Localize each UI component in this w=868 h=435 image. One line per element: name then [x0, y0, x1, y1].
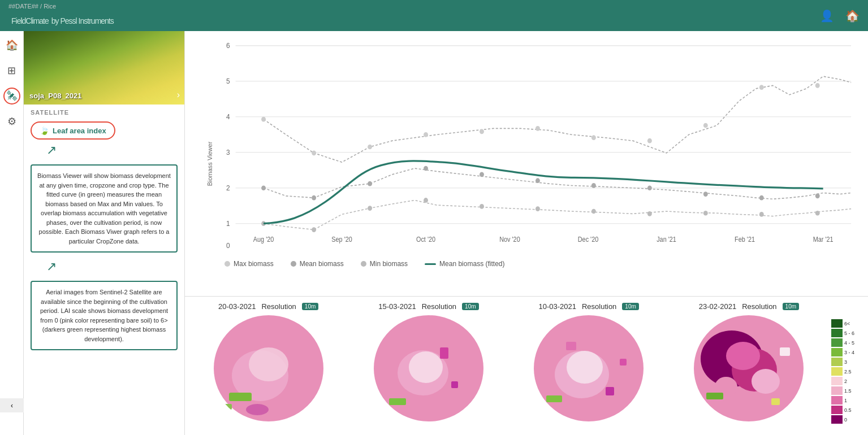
svg-text:Jan '21: Jan '21	[657, 236, 676, 243]
scale-color-6plus	[831, 319, 843, 328]
left-panel: soja_P08_2021 › SATELLITE 🍃 Leaf area in…	[24, 31, 185, 435]
svg-point-24	[424, 132, 428, 137]
sidebar-sliders-icon[interactable]: ⊞	[3, 62, 20, 79]
y-axis-label: Biomass Viewer	[206, 141, 213, 186]
resolution-label-1: Resolution	[261, 302, 296, 311]
scale-color-05	[831, 406, 843, 414]
breadcrumb: ##DATE## / Rice	[8, 3, 56, 10]
svg-point-32	[261, 185, 266, 190]
image-card-4[interactable]: 23-02-2021 Resolution 10m	[671, 302, 827, 424]
leaf-area-index-button[interactable]: 🍃 Leaf area index	[31, 121, 115, 140]
svg-point-25	[480, 129, 484, 134]
header-actions: 👤 🏠	[820, 9, 860, 23]
scale-color-34	[831, 348, 843, 356]
svg-text:Oct '20: Oct '20	[416, 236, 435, 243]
svg-point-53	[815, 211, 820, 216]
image-date-4: 23-02-2021	[699, 302, 737, 311]
field-map-4	[692, 314, 805, 424]
field-map-1	[212, 314, 325, 424]
legend-max-dot	[224, 261, 230, 267]
svg-point-44	[312, 227, 316, 232]
svg-point-62	[409, 351, 443, 383]
resolution-badge-1: 10m	[302, 303, 318, 310]
svg-point-30	[759, 85, 764, 90]
scale-color-45	[831, 338, 843, 347]
field-map-2	[372, 314, 485, 424]
tooltip-biomass-viewer: Biomass Viewer will show biomass develop…	[31, 164, 178, 253]
scale-label-45: 4 - 5	[844, 340, 854, 346]
svg-point-35	[424, 166, 428, 171]
image-card-1[interactable]: 20-03-2021 Resolution 10m	[191, 302, 346, 424]
image-header-2: 15-03-2021 Resolution 10m	[378, 302, 478, 311]
scale-color-56	[831, 329, 843, 337]
svg-rect-72	[620, 359, 627, 366]
sidebar-collapse-btn[interactable]: ‹	[0, 398, 24, 412]
scale-color-25	[831, 367, 843, 376]
biomass-chart: 6 5 4 3 2 1 0 Aug '20 Sep '20 Oct '20 No…	[213, 40, 857, 254]
sidebar-home-icon[interactable]: 🏠	[3, 37, 20, 54]
scale-label-15: 1.5	[844, 388, 852, 394]
scale-label-0: 0	[844, 417, 847, 423]
svg-point-47	[480, 204, 484, 209]
svg-text:Dec '20: Dec '20	[578, 236, 599, 243]
svg-text:4: 4	[226, 113, 230, 121]
image-date-1: 20-03-2021	[218, 302, 256, 311]
svg-point-38	[591, 183, 596, 188]
svg-point-26	[536, 126, 540, 131]
scale-color-0	[831, 415, 843, 424]
svg-rect-79	[706, 393, 723, 399]
image-header-1: 20-03-2021 Resolution 10m	[218, 302, 318, 311]
user-icon[interactable]: 👤	[820, 9, 834, 23]
svg-point-33	[312, 195, 316, 201]
svg-rect-80	[780, 347, 790, 356]
svg-point-46	[424, 198, 428, 203]
legend-mean-dot	[291, 261, 296, 267]
image-card-3[interactable]: 10-03-2021 Resolution 10m	[511, 302, 667, 424]
svg-point-50	[647, 211, 652, 216]
svg-text:Nov '20: Nov '20	[499, 236, 520, 243]
field-label: soja_P08_2021	[29, 92, 82, 100]
svg-point-39	[647, 185, 652, 190]
scale-label-3: 3	[844, 359, 847, 365]
svg-rect-57	[229, 393, 252, 401]
svg-rect-69	[566, 342, 576, 350]
svg-point-77	[752, 369, 780, 394]
field-image: soja_P08_2021 ›	[24, 31, 184, 105]
svg-text:Mar '21: Mar '21	[813, 236, 834, 243]
svg-point-36	[480, 172, 484, 177]
image-card-2[interactable]: 15-03-2021 Resolution 10m	[351, 302, 506, 424]
svg-rect-71	[546, 395, 562, 402]
resolution-badge-4: 10m	[783, 303, 799, 310]
field-map-3	[532, 314, 645, 424]
scale-label-34: 3 - 4	[844, 350, 854, 355]
svg-point-45	[368, 206, 372, 211]
satellite-section-label: SATELLITE	[24, 105, 184, 118]
svg-point-34	[368, 181, 372, 186]
sidebar: 🏠 ⊞ 🛰 ⚙ ‹	[0, 31, 24, 435]
svg-point-56	[249, 347, 288, 381]
svg-text:5: 5	[226, 77, 230, 86]
svg-point-48	[536, 206, 540, 211]
legend-mean-fitted: Mean biomass (fitted)	[425, 260, 504, 268]
svg-point-23	[368, 145, 372, 150]
svg-point-27	[591, 135, 596, 140]
sidebar-satellite-icon[interactable]: 🛰	[3, 88, 20, 105]
leaf-icon: 🍃	[40, 126, 49, 135]
sidebar-gear-icon[interactable]: ⚙	[3, 113, 20, 130]
scale-label-2: 2	[844, 379, 847, 384]
svg-point-37	[536, 178, 540, 183]
chart-area: Biomass Viewer 6 5 4 3 2 1 0 Aug '20	[185, 31, 868, 297]
field-expand-icon[interactable]: ›	[177, 90, 180, 100]
header: ##DATE## / Rice FieldClimateby Pessl Ins…	[0, 0, 868, 31]
svg-text:1: 1	[226, 220, 230, 228]
scale-color-15	[831, 386, 843, 395]
home-map-icon[interactable]: 🏠	[845, 9, 860, 23]
svg-text:6: 6	[226, 42, 230, 50]
legend-min-biomass: Min biomass	[361, 260, 408, 268]
scale-label-56: 5 - 6	[844, 330, 854, 336]
svg-text:Sep '20: Sep '20	[331, 236, 352, 243]
image-date-3: 10-03-2021	[538, 302, 576, 311]
svg-point-22	[312, 151, 316, 156]
svg-rect-64	[451, 381, 458, 388]
legend-fitted-line	[425, 263, 436, 265]
